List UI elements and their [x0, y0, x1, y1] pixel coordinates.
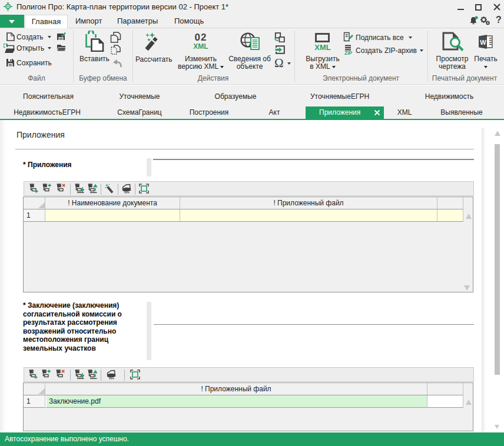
svg-text:W: W: [480, 39, 486, 46]
svg-text:ZIP: ZIP: [344, 50, 353, 55]
